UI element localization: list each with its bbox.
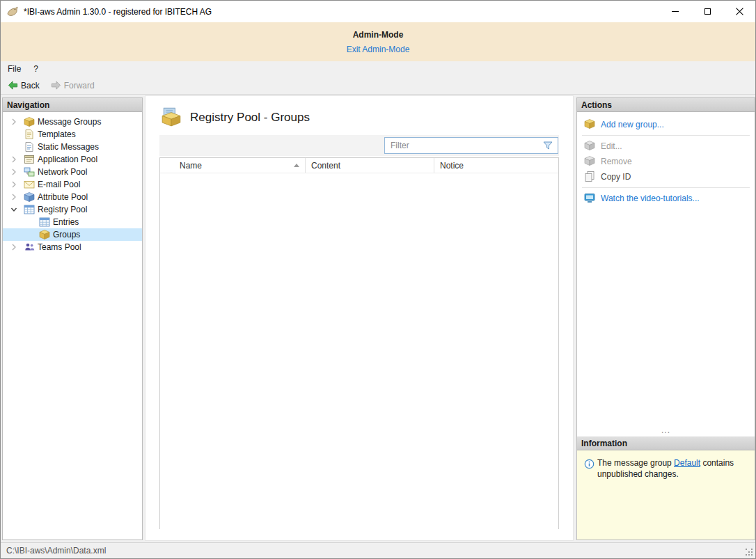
actions-header: Actions xyxy=(577,98,755,112)
tree-item-label: Network Pool xyxy=(38,167,87,177)
tree-item-label: Groups xyxy=(53,230,80,239)
groups-list: Name Content Notice xyxy=(159,157,559,529)
chevron-right-icon[interactable] xyxy=(10,118,19,126)
information-body: The message group Default contains unpub… xyxy=(577,450,755,540)
filter-input[interactable] xyxy=(385,141,542,150)
tree-item-label: Attribute Pool xyxy=(38,192,88,202)
tree-item-label: Registry Pool xyxy=(38,205,87,214)
watch-tutorials-label[interactable]: Watch the video-tutorials... xyxy=(601,194,700,203)
remove-label: Remove xyxy=(601,157,632,166)
chevron-right-icon[interactable] xyxy=(10,193,19,201)
default-group-link[interactable]: Default xyxy=(674,458,700,468)
copy-id-icon xyxy=(584,171,595,184)
window-title: *IBI-aws Admin 1.30.0 - registered for I… xyxy=(24,7,212,17)
main-panel: Registry Pool - Groups Name Content Noti… xyxy=(145,95,574,541)
menu-help[interactable]: ? xyxy=(28,62,44,76)
menu-file[interactable]: File xyxy=(2,62,26,76)
information-message: The message group Default contains unpub… xyxy=(597,450,748,480)
chevron-down-icon[interactable] xyxy=(10,205,19,214)
toolbar: Back Forward xyxy=(1,77,755,95)
info-icon xyxy=(584,459,594,469)
admin-mode-banner: Admin-Mode Exit Admin-Mode xyxy=(1,22,755,61)
maximize-button[interactable] xyxy=(691,1,723,22)
admin-mode-title: Admin-Mode xyxy=(1,22,755,40)
chevron-right-icon[interactable] xyxy=(10,243,19,251)
filter-box xyxy=(384,137,558,154)
add-group-icon xyxy=(584,118,595,132)
network-pool-icon xyxy=(24,166,35,178)
filter-strip xyxy=(159,135,559,156)
add-new-group-label[interactable]: Add new group... xyxy=(601,120,664,129)
tree-item-label: Templates xyxy=(38,129,76,139)
column-header-notice[interactable]: Notice xyxy=(434,158,558,173)
tree-item-groups[interactable]: Groups xyxy=(3,228,142,241)
video-tutorials-icon xyxy=(584,192,595,205)
static-messages-icon xyxy=(24,141,35,152)
forward-icon xyxy=(51,80,61,90)
tree-item-entries[interactable]: Entries xyxy=(3,216,142,228)
tree-item-network-pool[interactable]: Network Pool xyxy=(3,166,142,178)
edit-icon xyxy=(584,140,595,153)
chevron-right-icon[interactable] xyxy=(10,180,19,189)
tree-item-label: Message Groups xyxy=(38,117,101,127)
list-header: Name Content Notice xyxy=(160,158,558,173)
registry-pool-icon xyxy=(24,204,35,215)
information-header: Information xyxy=(577,436,755,450)
copy-id-label[interactable]: Copy ID xyxy=(601,172,631,182)
copy-id-action[interactable]: Copy ID xyxy=(577,169,755,184)
chevron-right-icon[interactable] xyxy=(10,155,19,164)
exit-admin-mode-link[interactable]: Exit Admin-Mode xyxy=(347,45,410,54)
tree-item-attribute-pool[interactable]: Attribute Pool xyxy=(3,191,142,203)
tree-item-label: Application Pool xyxy=(38,155,97,164)
edit-label: Edit... xyxy=(601,141,622,151)
teams-pool-icon xyxy=(24,242,35,253)
status-bar: C:\IBI-aws\Admin\Data.xml xyxy=(1,542,755,558)
tree-item-email-pool[interactable]: E-mail Pool xyxy=(3,178,142,191)
status-path: C:\IBI-aws\Admin\Data.xml xyxy=(6,546,106,556)
tree-item-registry-pool[interactable]: Registry Pool xyxy=(3,203,142,216)
column-header-name[interactable]: Name xyxy=(160,158,306,173)
tree-item-static-messages[interactable]: Static Messages xyxy=(3,141,142,153)
entries-icon xyxy=(39,216,50,228)
navigation-header: Navigation xyxy=(3,98,142,112)
minimize-icon xyxy=(672,11,679,12)
menu-bar: File ? xyxy=(1,61,755,77)
window-controls xyxy=(659,1,755,22)
title-bar: *IBI-aws Admin 1.30.0 - registered for I… xyxy=(1,1,755,22)
chevron-right-icon[interactable] xyxy=(10,168,19,176)
minimize-button[interactable] xyxy=(659,1,691,22)
tree-item-templates[interactable]: Templates xyxy=(3,128,142,141)
filter-funnel-icon[interactable] xyxy=(542,140,555,151)
separator xyxy=(582,135,750,136)
separator xyxy=(582,187,750,188)
tree-item-application-pool[interactable]: Application Pool xyxy=(3,153,142,166)
back-button[interactable]: Back xyxy=(3,79,44,92)
right-panel: Actions Add new group... Edit... Remove … xyxy=(576,97,755,540)
application-pool-icon xyxy=(24,154,35,165)
remove-action: Remove xyxy=(577,154,755,169)
back-label: Back xyxy=(21,81,40,90)
list-body[interactable] xyxy=(160,173,558,529)
watch-tutorials-action[interactable]: Watch the video-tutorials... xyxy=(577,191,755,206)
back-icon xyxy=(8,80,18,90)
actions-more-indicator[interactable]: ... xyxy=(577,425,755,435)
forward-button: Forward xyxy=(47,79,99,92)
column-header-content[interactable]: Content xyxy=(306,158,434,173)
close-button[interactable] xyxy=(723,1,755,22)
remove-icon xyxy=(584,155,595,168)
email-pool-icon xyxy=(24,179,35,190)
navigation-panel: Navigation Message Groups Templates Stat… xyxy=(2,97,143,540)
edit-action: Edit... xyxy=(577,139,755,154)
tree-item-label: Teams Pool xyxy=(38,242,81,252)
tree-item-message-groups[interactable]: Message Groups xyxy=(3,116,142,128)
forward-label: Forward xyxy=(64,81,95,90)
add-new-group-action[interactable]: Add new group... xyxy=(577,117,755,132)
attribute-pool-icon xyxy=(24,191,35,203)
maximize-icon xyxy=(704,8,711,15)
groups-icon xyxy=(39,229,50,240)
tree-item-teams-pool[interactable]: Teams Pool xyxy=(3,241,142,253)
tree-item-label: Entries xyxy=(53,217,79,227)
resize-grip[interactable] xyxy=(745,548,753,556)
app-icon xyxy=(6,6,19,18)
message-groups-icon xyxy=(24,116,35,127)
